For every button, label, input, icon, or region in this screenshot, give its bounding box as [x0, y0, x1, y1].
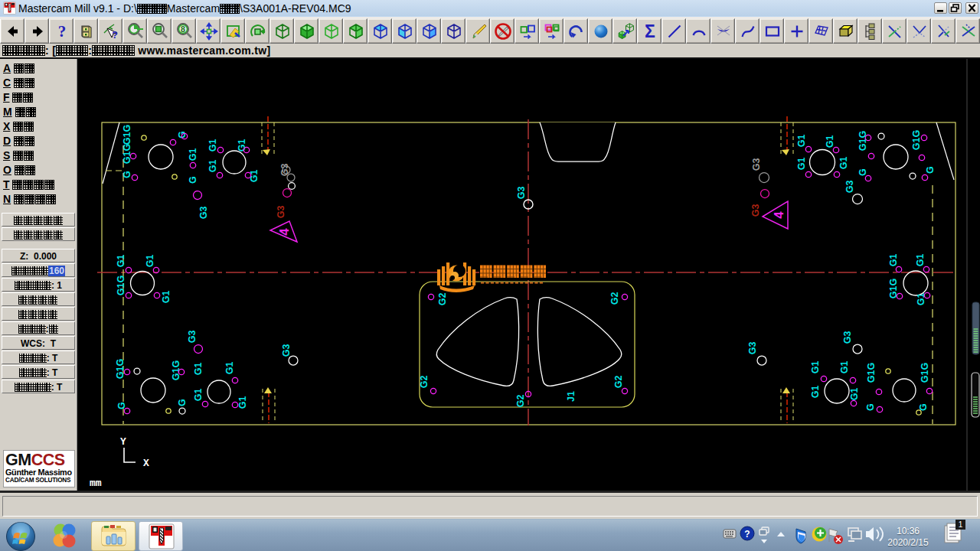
svg-text:G1: G1: [915, 254, 926, 267]
svg-text:G3: G3: [844, 181, 855, 194]
svg-text:?: ?: [744, 529, 750, 540]
svg-text:G1: G1: [193, 389, 204, 402]
svg-text:G3: G3: [516, 187, 527, 200]
svg-text:G: G: [122, 171, 132, 178]
svg-text:?: ?: [112, 29, 118, 41]
svg-text:G1: G1: [849, 388, 860, 401]
svg-text:G1: G1: [825, 135, 835, 148]
svg-text:4: 4: [277, 228, 292, 236]
svg-text:G3: G3: [751, 158, 762, 171]
svg-text:G1: G1: [810, 361, 821, 374]
svg-text:G1: G1: [796, 158, 807, 171]
svg-text:G1: G1: [188, 148, 198, 161]
svg-text:G3: G3: [198, 207, 209, 220]
svg-text:G1G: G1G: [115, 359, 126, 379]
svg-text:G1: G1: [810, 386, 821, 399]
svg-text:Σ: Σ: [645, 22, 655, 41]
svg-text:G: G: [177, 399, 188, 406]
svg-text:?: ?: [57, 22, 66, 41]
svg-text:G3: G3: [842, 331, 853, 344]
svg-text:G2: G2: [613, 376, 624, 389]
svg-text:G1G: G1G: [122, 125, 132, 145]
svg-text:G1G: G1G: [866, 363, 877, 383]
svg-text:G3: G3: [276, 206, 286, 219]
svg-text:G3: G3: [187, 331, 198, 344]
svg-text:G1: G1: [193, 363, 204, 376]
svg-text:G2: G2: [515, 395, 526, 408]
svg-text:G1G: G1G: [911, 130, 922, 150]
svg-text:G: G: [865, 403, 876, 411]
svg-text:G1: G1: [207, 139, 218, 152]
svg-text:G1G: G1G: [171, 360, 181, 380]
svg-text:G2: G2: [419, 376, 430, 389]
svg-text:8: 8: [181, 24, 185, 34]
svg-text:G1: G1: [224, 362, 235, 375]
svg-text:G3: G3: [750, 204, 761, 217]
svg-text:1: 1: [959, 520, 963, 529]
svg-text:J1: J1: [566, 391, 577, 402]
svg-text:G1: G1: [116, 255, 126, 268]
svg-text:G1: G1: [207, 160, 218, 173]
svg-text:G1G: G1G: [858, 131, 868, 151]
svg-text:G1: G1: [237, 139, 247, 152]
svg-text:G3: G3: [747, 342, 758, 355]
svg-text:G1G: G1G: [920, 363, 930, 383]
svg-text:G2: G2: [609, 292, 620, 305]
svg-text:G2: G2: [437, 293, 448, 306]
svg-text:G1: G1: [145, 255, 155, 268]
svg-text:G: G: [925, 166, 936, 174]
svg-text:G1: G1: [796, 135, 807, 148]
svg-text:mm: mm: [90, 478, 102, 489]
svg-text:G1: G1: [237, 396, 248, 409]
svg-text:G: G: [858, 168, 868, 176]
svg-text:Y: Y: [120, 436, 126, 448]
svg-text:G: G: [188, 176, 198, 184]
svg-text:G1: G1: [888, 254, 899, 267]
svg-text:G1G: G1G: [116, 276, 126, 295]
svg-text:G3: G3: [281, 344, 292, 357]
svg-text:X: X: [143, 458, 149, 469]
svg-text:4: 4: [772, 211, 786, 219]
svg-text:G1: G1: [838, 157, 849, 170]
svg-text:G1: G1: [161, 291, 172, 304]
svg-text:G1: G1: [839, 361, 850, 374]
